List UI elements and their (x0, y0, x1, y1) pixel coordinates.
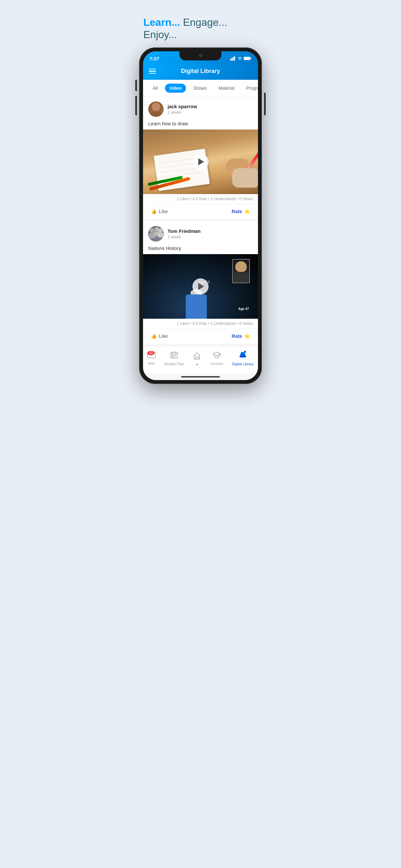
star-icon-2: ⭐ (244, 333, 250, 339)
notch (180, 51, 221, 60)
post-card-2: Tom Friedman 1 week Nations History. (143, 221, 258, 344)
like-icon-2: 👍 (151, 333, 157, 339)
home-indicator (143, 374, 258, 380)
bottom-nav: 11 Mail (143, 346, 258, 374)
post-1-rate-label: Rate (232, 209, 242, 214)
page-wrapper: Learn... Engage... Enjoy... 7:07 (134, 6, 267, 384)
post-1-header: jack sparrow 1 week (143, 97, 258, 120)
svg-rect-18 (240, 355, 246, 358)
nav-item-digital-library[interactable]: Digital Library (228, 350, 257, 367)
post-2-stats: 1 Likes • 5.0 Rate • 1 Understands • 0 V… (143, 319, 258, 329)
svg-rect-14 (172, 356, 173, 358)
books-icon (239, 351, 247, 361)
wifi-icon (237, 57, 243, 60)
post-1-like-label: Like (159, 209, 168, 214)
nav-digital-library-label: Digital Library (232, 362, 253, 366)
post-1-rate-button[interactable]: Rate ⭐ (229, 207, 253, 216)
app-title: Digital Library (181, 68, 220, 74)
app-header: Digital Library (143, 64, 258, 80)
battery-icon (244, 57, 251, 60)
like-icon: 👍 (151, 209, 157, 214)
svg-rect-4 (244, 57, 250, 60)
post-2-like-button[interactable]: 👍 Like (148, 332, 171, 340)
post-1-stats: 2 Likes • 4.0 Rate • 1 Understands • 0 V… (143, 194, 258, 204)
nav-item-mail[interactable]: 11 Mail (143, 350, 159, 367)
post-2-play-button[interactable] (192, 278, 209, 294)
post-2-description: Nations History. (143, 244, 258, 254)
avatar-tom (148, 226, 164, 242)
menu-button[interactable] (149, 69, 156, 74)
tagline-learn: Learn... (143, 17, 180, 28)
post-2-time: 1 week (167, 235, 253, 239)
tab-material[interactable]: Material (214, 84, 239, 93)
post-1-video[interactable] (143, 129, 258, 194)
filter-tabs: All Video Shows Material Programs (143, 80, 258, 97)
post-1-time: 1 week (167, 110, 253, 115)
home-icon (192, 351, 202, 362)
tab-video[interactable]: Video (165, 84, 186, 93)
post-2-meta: Tom Friedman 1 week (167, 228, 253, 239)
post-2-author: Tom Friedman (167, 228, 253, 234)
svg-rect-1 (232, 58, 233, 61)
post-1-description: Learn how to draw (143, 120, 258, 129)
nav-item-weekly-plan[interactable]: Weekly Plan (160, 350, 188, 367)
avatar-jack (148, 101, 164, 117)
signal-icon (230, 56, 236, 61)
nav-courses-label: Courses (210, 362, 223, 366)
post-1-play-button[interactable] (192, 154, 209, 170)
nav-item-home[interactable] (189, 350, 205, 367)
mail-badge: 11 (148, 351, 154, 355)
phone-shell: 7:07 (139, 48, 262, 384)
post-1-author: jack sparrow (167, 104, 253, 109)
post-2-rate-button[interactable]: Rate ⭐ (229, 332, 253, 340)
post-1-like-button[interactable]: 👍 Like (148, 207, 171, 216)
post-card-1: jack sparrow 1 week Learn how to draw (143, 97, 258, 219)
tab-programs[interactable]: Programs (242, 84, 258, 93)
svg-rect-16 (196, 357, 198, 359)
post-2-actions: 👍 Like Rate ⭐ (143, 329, 258, 344)
svg-rect-15 (174, 356, 174, 358)
post-1-actions: 👍 Like Rate ⭐ (143, 204, 258, 219)
graduation-icon (212, 351, 221, 361)
home-bar (181, 376, 220, 377)
calendar-icon (170, 351, 178, 361)
nav-weekly-plan-label: Weekly Plan (164, 362, 184, 366)
status-time: 7:07 (150, 56, 159, 61)
svg-rect-0 (230, 59, 231, 61)
svg-rect-11 (172, 355, 173, 356)
svg-rect-13 (175, 355, 176, 356)
svg-rect-12 (174, 355, 174, 356)
svg-rect-2 (233, 57, 234, 61)
svg-rect-3 (234, 56, 235, 61)
tab-all[interactable]: All (148, 84, 162, 93)
nav-mail-label: Mail (148, 361, 155, 365)
post-2-rate-label: Rate (232, 333, 242, 339)
post-2-like-label: Like (159, 333, 168, 339)
nav-item-courses[interactable]: Courses (206, 350, 227, 367)
tagline: Learn... Engage... Enjoy... (134, 6, 267, 48)
post-2-header: Tom Friedman 1 week (143, 221, 258, 244)
status-icons (230, 56, 251, 61)
post-2-video[interactable]: Age 47 Age 19 (143, 254, 258, 319)
phone-screen: 7:07 (143, 51, 258, 380)
post-1-meta: jack sparrow 1 week (167, 104, 253, 115)
star-icon: ⭐ (244, 209, 250, 214)
svg-rect-5 (250, 58, 251, 59)
power-button (264, 93, 266, 115)
content-area: jack sparrow 1 week Learn how to draw (143, 97, 258, 346)
tab-shows[interactable]: Shows (189, 84, 211, 93)
